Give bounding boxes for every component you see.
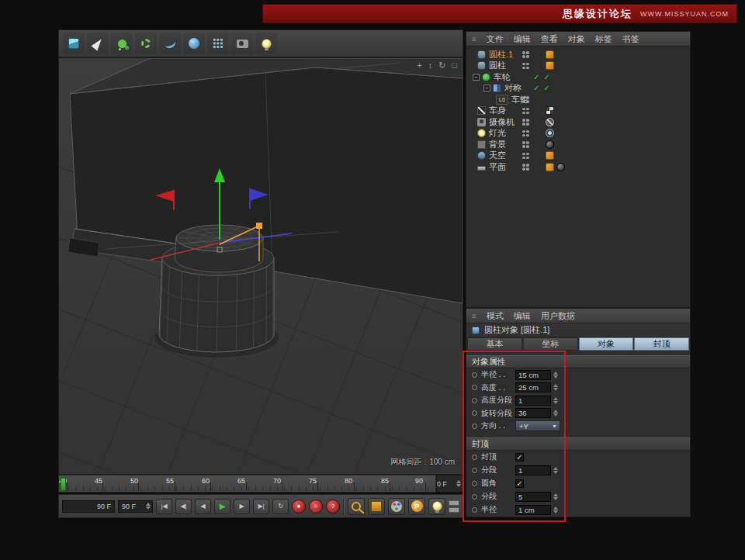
keyframe-circle-icon[interactable] bbox=[472, 410, 477, 416]
menu-userdata[interactable]: 用户数据 bbox=[541, 310, 575, 322]
object-row-camera[interactable]: 摄像机 bbox=[466, 116, 690, 128]
keyframe-circle-icon[interactable] bbox=[472, 494, 477, 500]
playhead[interactable] bbox=[61, 478, 66, 491]
object-row-wheel[interactable]: − 车轮 ✓ ✓ bbox=[466, 71, 690, 83]
zoom-view-icon[interactable]: ↕ bbox=[428, 61, 433, 70]
panel-layout-toggle[interactable] bbox=[449, 500, 459, 513]
end-frame-field[interactable]: 90 F bbox=[118, 500, 153, 513]
object-row-cylinder[interactable]: 圆柱 bbox=[466, 60, 690, 72]
keyframe-circle-icon[interactable] bbox=[472, 423, 477, 429]
key-options-button[interactable] bbox=[348, 498, 365, 515]
prev-key-button[interactable]: ◀| bbox=[175, 499, 192, 514]
keyframe-circle-icon[interactable] bbox=[472, 507, 477, 513]
play-button[interactable]: ▶ bbox=[214, 499, 230, 514]
tab-coordinates[interactable]: 坐标 bbox=[523, 337, 578, 351]
loop-button[interactable]: ↻ bbox=[272, 499, 289, 514]
menu-edit[interactable]: 编辑 bbox=[514, 33, 531, 45]
visibility-dots[interactable] bbox=[522, 108, 530, 116]
array-tool-button[interactable] bbox=[207, 33, 229, 54]
phong-tag-icon[interactable] bbox=[546, 61, 554, 70]
menu-view[interactable]: 查看 bbox=[541, 33, 558, 45]
keyframe-circle-icon[interactable] bbox=[472, 455, 477, 460]
keyframe-circle-icon[interactable] bbox=[472, 385, 477, 390]
make-editable-button[interactable] bbox=[368, 498, 385, 515]
panel-grip-icon[interactable]: ≡ bbox=[472, 312, 476, 320]
orientation-dropdown[interactable]: +Y ▼ bbox=[515, 420, 560, 431]
panel-grip-icon[interactable]: ≡ bbox=[472, 35, 476, 43]
frame-spinner-icon[interactable] bbox=[456, 480, 461, 487]
cap-segments-stepper[interactable] bbox=[552, 465, 559, 475]
viewport[interactable]: + ↕ ↻ □ 网格间距：100 cm bbox=[58, 57, 463, 475]
cube-tool-button[interactable] bbox=[63, 33, 85, 54]
pan-view-icon[interactable]: + bbox=[417, 61, 421, 70]
object-row-background[interactable]: 背景 bbox=[466, 139, 690, 150]
gear-tool-button[interactable] bbox=[135, 33, 157, 54]
keyframe-circle-icon[interactable] bbox=[472, 372, 477, 378]
fillet-checkbox[interactable]: ✓ bbox=[515, 479, 524, 488]
record-options-button[interactable]: ? bbox=[326, 500, 340, 513]
section-caps[interactable]: 封顶 bbox=[466, 437, 690, 451]
visibility-dots[interactable] bbox=[522, 96, 530, 104]
visibility-dots[interactable] bbox=[522, 63, 530, 71]
menu-bookmark[interactable]: 书签 bbox=[622, 33, 639, 45]
visibility-dots[interactable] bbox=[522, 119, 530, 126]
visibility-dots[interactable] bbox=[522, 51, 530, 59]
camera-tool-button[interactable] bbox=[231, 33, 253, 54]
rotation-segments-stepper[interactable] bbox=[552, 408, 559, 418]
radius-stepper[interactable] bbox=[552, 370, 559, 380]
object-row-plane[interactable]: 平面 bbox=[466, 161, 690, 173]
goto-start-button[interactable]: |◀ bbox=[156, 499, 172, 514]
material-sphere-tag-icon[interactable] bbox=[546, 140, 554, 149]
autokey-button[interactable]: ○ bbox=[309, 500, 323, 513]
end-frame-spinner-icon[interactable] bbox=[146, 503, 151, 510]
maximize-view-icon[interactable]: □ bbox=[452, 61, 457, 70]
visibility-dots[interactable] bbox=[522, 153, 530, 161]
spline-tool-button[interactable] bbox=[159, 33, 181, 54]
rotate-view-icon[interactable]: ↻ bbox=[438, 61, 445, 70]
keyframe-circle-icon[interactable] bbox=[472, 481, 477, 486]
project-button[interactable]: P bbox=[408, 498, 425, 515]
pen-tool-button[interactable] bbox=[87, 33, 109, 54]
target-tag-icon[interactable] bbox=[546, 129, 554, 137]
phong-tag-icon[interactable] bbox=[546, 50, 554, 59]
next-key-button[interactable]: ▶| bbox=[253, 499, 269, 514]
enabled-checks[interactable]: ✓ ✓ bbox=[533, 73, 551, 81]
menu-edit[interactable]: 编辑 bbox=[514, 310, 531, 322]
rotation-segments-input[interactable]: 36 bbox=[515, 408, 551, 418]
menu-mode[interactable]: 模式 bbox=[487, 310, 504, 322]
cluster-tool-button[interactable] bbox=[111, 33, 133, 54]
object-row-carbody[interactable]: 车身 bbox=[466, 105, 690, 117]
prev-frame-button[interactable]: ◀ bbox=[195, 499, 211, 514]
object-row-light[interactable]: 灯光 bbox=[466, 128, 690, 140]
timeline-ruler[interactable]: 40 45 50 55 60 65 70 75 80 85 90 bbox=[58, 475, 436, 493]
tab-basic[interactable]: 基本 bbox=[467, 337, 522, 351]
fillet-segments-stepper[interactable] bbox=[552, 492, 559, 502]
collapse-icon[interactable]: − bbox=[483, 85, 490, 92]
protection-tag-icon[interactable] bbox=[546, 118, 554, 126]
menu-file[interactable]: 文件 bbox=[487, 33, 504, 45]
menu-tag[interactable]: 标签 bbox=[595, 33, 612, 45]
enabled-checks[interactable]: ✓ ✓ bbox=[533, 84, 551, 92]
height-stepper[interactable] bbox=[552, 382, 559, 392]
next-frame-button[interactable]: ▶ bbox=[234, 499, 250, 514]
light-tool-button[interactable] bbox=[255, 33, 277, 54]
menu-object[interactable]: 对象 bbox=[568, 33, 585, 45]
fillet-segments-input[interactable]: 5 bbox=[515, 492, 551, 502]
tab-object[interactable]: 对象 bbox=[579, 337, 634, 351]
radius-input[interactable]: 15 cm bbox=[515, 370, 551, 380]
visibility-dots[interactable] bbox=[522, 130, 530, 138]
cap-segments-input[interactable]: 1 bbox=[515, 465, 551, 475]
current-frame-field[interactable]: 0 F bbox=[436, 475, 463, 493]
material-button[interactable] bbox=[388, 498, 405, 515]
keyframe-circle-icon[interactable] bbox=[472, 398, 477, 403]
height-input[interactable]: 25 cm bbox=[515, 382, 551, 392]
fillet-radius-input[interactable]: 1 cm bbox=[515, 505, 551, 515]
object-row-symmetry[interactable]: − 对称 ✓ ✓ bbox=[466, 83, 690, 95]
render-light-button[interactable] bbox=[428, 498, 445, 515]
fillet-radius-stepper[interactable] bbox=[552, 505, 559, 515]
keyframe-circle-icon[interactable] bbox=[472, 468, 477, 473]
caps-checkbox[interactable]: ✓ bbox=[515, 453, 524, 461]
timeline-range-bar[interactable]: 90 F bbox=[62, 500, 115, 513]
collapse-icon[interactable]: − bbox=[473, 74, 480, 81]
material-sphere-tag-icon[interactable] bbox=[556, 163, 565, 171]
